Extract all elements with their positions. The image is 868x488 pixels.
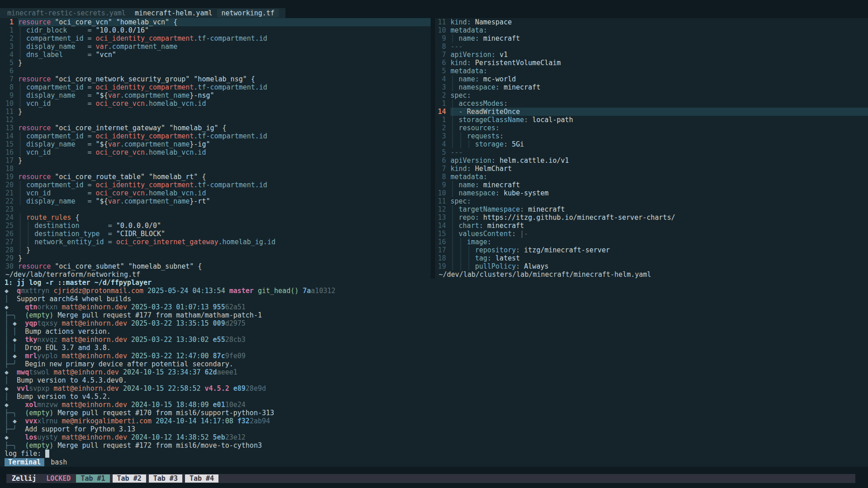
- code-line[interactable]: 18: [0, 165, 431, 173]
- code-line[interactable]: 10│ namespace: kube-system: [435, 189, 868, 197]
- code-line[interactable]: 3│ display_name = var.compartment_name: [0, 43, 431, 51]
- code-line[interactable]: 11}: [0, 108, 431, 116]
- code-line[interactable]: 10metadata:: [435, 26, 868, 34]
- code-line[interactable]: 7resource "oci_core_network_security_gro…: [0, 75, 431, 83]
- text-segment: (empty): [25, 441, 53, 450]
- code-line[interactable]: 12: [0, 116, 431, 124]
- text-segment: ---: [451, 148, 463, 156]
- code-line[interactable]: 9│ name: minecraft: [435, 34, 868, 43]
- code-line[interactable]: 6kind: PersistentVolumeClaim: [435, 59, 868, 67]
- code-line[interactable]: 7kind: HelmChart: [435, 165, 868, 173]
- statusline-right-file-path: ~/dev/lab/clusters/lab/minecraft/minecra…: [435, 270, 868, 279]
- code-line[interactable]: 27│ │ network_entity_id = oci_core_inter…: [0, 238, 431, 246]
- code-line[interactable]: 11spec:: [435, 197, 868, 205]
- code-line[interactable]: 2│ resources:: [435, 124, 868, 132]
- code-line[interactable]: 20│ compartment_id = oci_identity_compar…: [0, 181, 431, 189]
- text-segment: namespace: [459, 189, 495, 197]
- code-line[interactable]: 3│ │ requests:: [435, 132, 868, 140]
- text-segment: e01: [213, 401, 225, 409]
- code-line[interactable]: 19resource "oci_core_route_table" "homel…: [0, 173, 431, 181]
- code-line[interactable]: 12│ targetNamespace: minecraft: [435, 205, 868, 213]
- line-number: 29: [0, 254, 18, 262]
- code-line[interactable]: 1│ cidr_block = "10.0.0.0/16": [0, 26, 431, 34]
- code-line[interactable]: 8---: [435, 43, 868, 51]
- code-line[interactable]: 25│ │ destination = "0.0.0.0/0": [0, 222, 431, 230]
- buffer-tab-2[interactable]: minecraft-helm.yaml: [130, 9, 217, 17]
- code-line[interactable]: 24│ route_rules {: [0, 213, 431, 222]
- code-line[interactable]: 2│ compartment_id = oci_identity_compart…: [0, 34, 431, 43]
- code-text: │ display_name = var.compartment_name: [18, 43, 431, 51]
- code-line[interactable]: 26│ │ destination_type = "CIDR_BLOCK": [0, 230, 431, 238]
- code-line[interactable]: 17│ │ │ repository: itzg/minecraft-serve…: [435, 246, 868, 254]
- indent-guide: │ │ │: [451, 262, 475, 270]
- code-line[interactable]: 5metadata:: [435, 67, 868, 75]
- code-line[interactable]: 19│ │ │ pullPolicy: Always: [435, 262, 868, 270]
- code-text: }: [18, 108, 431, 116]
- text-segment: "oci_core_network_security_group" "homel…: [55, 75, 247, 83]
- commit-node-icon: ◆: [5, 368, 9, 376]
- text-segment: "oci_core_subnet" "homelab_subnet": [55, 262, 194, 270]
- code-line[interactable]: 16│ │ image:: [435, 238, 868, 246]
- code-line[interactable]: 21│ vcn_id = oci_core_vcn.homelab_vcn.id: [0, 189, 431, 197]
- code-text: │ │ │ storage: 5Gi: [451, 140, 868, 148]
- log-line: │ │ Bump actions version.: [5, 327, 868, 336]
- code-line[interactable]: 9│ display_name = "${var.compartment_nam…: [0, 91, 431, 99]
- text-segment: yqp: [25, 319, 37, 327]
- code-line[interactable]: 22│ display_name = "${var.compartment_na…: [0, 197, 431, 205]
- code-line[interactable]: 4│ dns_label = "vcn": [0, 51, 431, 59]
- text-segment: oci_core_vcn: [96, 99, 145, 108]
- buffer-tab-3[interactable]: networking.tf: [217, 9, 279, 17]
- code-line[interactable]: 5}: [0, 59, 431, 67]
- code-line[interactable]: 17}: [0, 156, 431, 165]
- line-number: 20: [0, 181, 18, 189]
- cursor-line[interactable]: 14│ - ReadWriteOnce: [435, 108, 868, 116]
- zellij-tab-1[interactable]: Tab #1: [76, 474, 109, 483]
- code-line[interactable]: 28│ }: [0, 246, 431, 254]
- indent-guide: │: [18, 246, 26, 254]
- code-line[interactable]: 14│ chart: minecraft: [435, 222, 868, 230]
- code-line[interactable]: 11kind: Namespace: [435, 18, 868, 26]
- indent-guide: │: [18, 148, 26, 156]
- text-segment: }: [18, 254, 22, 262]
- code-line[interactable]: 13resource "oci_core_internet_gateway" "…: [0, 124, 431, 132]
- code-line[interactable]: 15│ valuesContent: |-: [435, 230, 868, 238]
- code-line[interactable]: 1│ storageClassName: local-path: [435, 116, 868, 124]
- line-number: 4: [435, 75, 451, 83]
- code-line[interactable]: 15│ display_name = "${var.compartment_na…: [0, 140, 431, 148]
- code-line[interactable]: 23: [0, 205, 431, 213]
- code-line[interactable]: 14│ compartment_id = oci_identity_compar…: [0, 132, 431, 140]
- text-segment: =: [84, 181, 96, 189]
- code-line[interactable]: 6: [0, 67, 431, 75]
- code-line[interactable]: 9│ name: minecraft: [435, 181, 868, 189]
- zellij-tab-2[interactable]: Tab #2: [113, 474, 146, 483]
- terminal-pane[interactable]: 1: jj log -r ::master ~/d/ffpyplayer◆ qm…: [0, 279, 868, 467]
- code-line[interactable]: 29}: [0, 254, 431, 262]
- text-segment: :: [467, 18, 475, 26]
- code-line[interactable]: 1│ accessModes:: [435, 99, 868, 108]
- buffer-tab-1[interactable]: minecraft-restic-secrets.yaml: [3, 9, 130, 17]
- code-line[interactable]: 2spec:: [435, 91, 868, 99]
- terminal-prompt-line[interactable]: log file:: [5, 450, 868, 458]
- line-number: 25: [0, 222, 18, 230]
- code-line[interactable]: 8│ compartment_id = oci_identity_compart…: [0, 83, 431, 91]
- code-line[interactable]: 4│ │ │ storage: 5Gi: [435, 140, 868, 148]
- code-line[interactable]: 30resource "oci_core_subnet" "homelab_su…: [0, 262, 431, 270]
- zellij-tab-4[interactable]: Tab #4: [185, 474, 218, 483]
- text-segment: [17, 409, 25, 417]
- code-line[interactable]: 6apiVersion: helm.cattle.io/v1: [435, 156, 868, 165]
- code-line[interactable]: 8metadata:: [435, 173, 868, 181]
- code-line[interactable]: 3│ namespace: minecraft: [435, 83, 868, 91]
- code-line[interactable]: 4│ name: mc-world: [435, 75, 868, 83]
- code-line[interactable]: 5---: [435, 148, 868, 156]
- code-line[interactable]: 16│ vcn_id = oci_core_vcn.homelab_vcn.id: [0, 148, 431, 156]
- code-line[interactable]: 7apiVersion: v1: [435, 51, 868, 59]
- commit-node-icon: ◆: [5, 401, 9, 409]
- code-line[interactable]: 10│ vcn_id = oci_core_vcn.homelab_vcn.id: [0, 99, 431, 108]
- code-text: [18, 116, 431, 124]
- text-segment: }-rt": [190, 197, 210, 205]
- text-segment: {: [169, 18, 177, 26]
- cursor-line[interactable]: 1resource "oci_core_vcn" "homelab_vcn" {: [0, 18, 431, 26]
- code-line[interactable]: 13│ repo: https://itzg.github.io/minecra…: [435, 213, 868, 222]
- code-line[interactable]: 18│ │ │ tag: latest: [435, 254, 868, 262]
- zellij-tab-3[interactable]: Tab #3: [149, 474, 182, 483]
